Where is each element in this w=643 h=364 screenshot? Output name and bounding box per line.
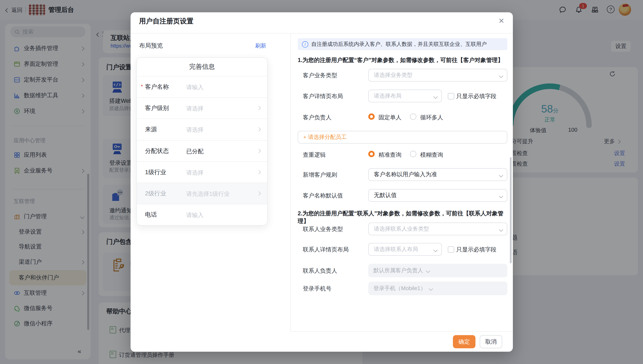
select-placeholder: 请选择联系人布局 xyxy=(374,246,418,253)
checkbox-label: 只显示必填字段 xyxy=(456,246,497,254)
preview-row-label: 电话 xyxy=(145,211,157,219)
field-label: 联系人负责人 xyxy=(303,267,337,275)
info-banner: i 自注册成功后系统内录入客户、联系人数据，并且关联互联企业、互联用户 xyxy=(298,38,507,50)
app-stage: 返回 管理后台 1 ? 搜索 业务插件管理 界面定制管理 定制开发平台 xyxy=(0,0,643,364)
field-label: 客户详情页布局 xyxy=(303,92,343,100)
customer-business-type-select[interactable]: 请选择业务类型 xyxy=(368,69,507,82)
modal-scrollbar[interactable] xyxy=(510,157,512,263)
chevron-down-icon xyxy=(426,269,430,272)
preview-row-value: 已分配 xyxy=(186,148,203,155)
info-icon: i xyxy=(302,41,308,47)
confirm-button[interactable]: 确定 xyxy=(453,335,476,348)
preview-row[interactable]: * 客户名称 请输入 xyxy=(137,76,267,98)
contact-detail-layout-select[interactable]: 请选择联系人布局 xyxy=(368,243,442,256)
self-register-settings-modal: 用户自注册页设置 ✕ 布局预览 刷新 完善信息 * 客户名称 请输入 客户级别 … xyxy=(131,12,513,352)
chevron-right-icon xyxy=(257,170,261,174)
preview-row[interactable]: 电话 请输入 xyxy=(137,204,267,226)
contact-owner-select-disabled: 默认所属客户负责人 xyxy=(368,264,507,277)
preview-card-title: 完善信息 xyxy=(137,58,267,76)
close-icon[interactable]: ✕ xyxy=(498,18,505,25)
preview-row[interactable]: 来源 请选择 xyxy=(137,119,267,140)
field-label: 客户名称默认值 xyxy=(303,192,343,200)
chevron-down-icon xyxy=(499,74,503,78)
preview-row-label: 分配状态 xyxy=(145,147,169,155)
radio-label: 固定单人 xyxy=(378,114,401,122)
chevron-down-icon xyxy=(499,173,503,177)
select-value: 登录手机（Mobile1） xyxy=(373,284,426,292)
customer-name-default-select[interactable]: 无默认值 xyxy=(368,189,507,202)
field-label: 查重逻辑 xyxy=(303,151,326,159)
select-value: 无默认值 xyxy=(374,192,397,199)
preview-row-placeholder: 请输入 xyxy=(186,84,203,91)
select-placeholder: 请选择联系人业务类型 xyxy=(374,225,429,233)
preview-row-placeholder: 请选择 xyxy=(186,105,203,112)
modal-title: 用户自注册页设置 xyxy=(139,17,193,26)
preview-row-placeholder: 请选择 xyxy=(186,126,203,134)
login-mobile-select-disabled: 登录手机（Mobile1） xyxy=(368,282,507,295)
info-banner-text: 自注册成功后系统内录入客户、联系人数据，并且关联互联企业、互联用户 xyxy=(311,40,487,48)
cancel-button-label: 取消 xyxy=(485,338,497,346)
new-customer-rule-select[interactable]: 客户名称以用户输入为准 xyxy=(368,168,507,181)
required-asterisk: * xyxy=(141,83,143,90)
preview-row[interactable]: 客户级别 请选择 xyxy=(137,98,267,119)
modal-header-divider xyxy=(131,33,513,34)
chevron-down-icon xyxy=(433,94,437,98)
preview-row-placeholder: 请选择 xyxy=(186,169,203,177)
assign-employee-box[interactable]: + 请选择分配员工 xyxy=(298,131,507,144)
preview-row-label: 来源 xyxy=(145,126,157,134)
chevron-down-icon xyxy=(429,286,433,290)
section-1-title: 1.为您的注册用户配置“客户”对象参数，如需修改参数，可前往【客户对象管理】 xyxy=(298,56,504,64)
field-label: 联系人业务类型 xyxy=(303,226,343,233)
field-label: 联系人详情页布局 xyxy=(303,246,349,254)
customer-detail-layout-select[interactable]: 请选择布局 xyxy=(368,90,442,102)
chevron-down-icon xyxy=(499,228,503,231)
preview-row-label: 客户级别 xyxy=(145,104,169,112)
radio-label: 循环多人 xyxy=(420,114,443,122)
select-value: 客户名称以用户输入为准 xyxy=(374,171,437,178)
assign-employee-label: + 请选择分配员工 xyxy=(303,133,347,141)
radio-exact-query-selected[interactable] xyxy=(368,151,375,157)
cancel-button[interactable]: 取消 xyxy=(480,335,502,348)
radio-round-robin[interactable] xyxy=(410,114,416,120)
select-placeholder: 请选择业务类型 xyxy=(374,71,412,79)
radio-label: 模糊查询 xyxy=(420,151,443,159)
chevron-down-icon xyxy=(433,248,437,252)
field-label: 客户业务类型 xyxy=(303,72,337,80)
modal-footer-divider xyxy=(290,331,513,332)
chevron-right-icon xyxy=(257,191,261,196)
chevron-right-icon xyxy=(257,128,261,132)
refresh-link[interactable]: 刷新 xyxy=(255,42,266,50)
preview-row-label: 客户名称 xyxy=(145,83,169,91)
select-value: 默认所属客户负责人 xyxy=(373,267,423,274)
select-placeholder: 请选择布局 xyxy=(374,92,401,100)
preview-row-label: 2级行业 xyxy=(145,190,166,198)
required-only-checkbox[interactable] xyxy=(448,246,454,253)
preview-row-placeholder: 请输入 xyxy=(186,212,203,219)
field-label: 客户负责人 xyxy=(303,114,331,122)
layout-preview-label: 布局预览 xyxy=(139,42,163,50)
preview-row[interactable]: 分配状态 已分配 xyxy=(137,140,267,162)
preview-row-disabled: 2级行业 请先选择1级行业 xyxy=(137,183,267,204)
field-label: 登录手机号 xyxy=(303,285,331,293)
checkbox-label: 只显示必填字段 xyxy=(456,92,497,100)
radio-label: 精准查询 xyxy=(378,151,401,159)
confirm-button-label: 确定 xyxy=(459,338,470,346)
radio-fuzzy-query[interactable] xyxy=(410,151,416,157)
preview-row-placeholder: 请先选择1级行业 xyxy=(186,190,230,198)
contact-business-type-select[interactable]: 请选择联系人业务类型 xyxy=(368,222,507,235)
preview-row[interactable]: 1级行业 请选择 xyxy=(137,162,267,183)
layout-preview-card: 完善信息 * 客户名称 请输入 客户级别 请选择 来源 请选择 分配状态 已分配 xyxy=(136,57,268,226)
modal-pane-divider xyxy=(290,34,291,331)
radio-fixed-single-selected[interactable] xyxy=(368,114,375,120)
field-label: 新增客户规则 xyxy=(303,171,337,179)
chevron-right-icon xyxy=(257,149,261,153)
chevron-right-icon xyxy=(257,106,261,110)
preview-row-label: 1级行业 xyxy=(145,168,166,176)
chevron-down-icon xyxy=(499,194,503,198)
required-only-checkbox[interactable] xyxy=(448,93,454,100)
